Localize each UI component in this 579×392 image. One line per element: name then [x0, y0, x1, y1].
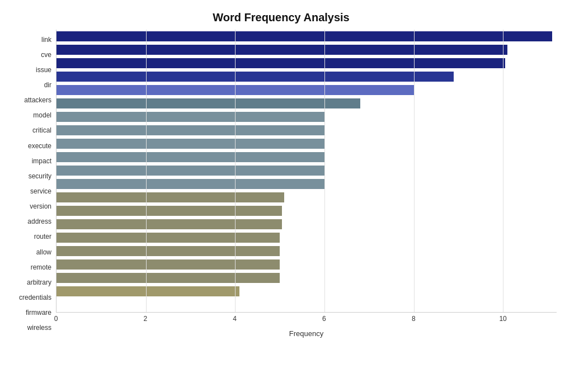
bar: [57, 72, 454, 82]
x-tick: 0: [54, 315, 58, 323]
bar-row: [57, 191, 557, 204]
bar-row: [57, 204, 557, 218]
bar-row: [57, 285, 557, 298]
y-label: service: [30, 185, 51, 198]
bar: [57, 259, 280, 270]
bar: [57, 246, 280, 256]
y-label: wireless: [27, 321, 51, 334]
bar: [57, 219, 282, 229]
bar-row: [57, 150, 557, 164]
bar: [57, 139, 324, 149]
y-label: dir: [44, 78, 51, 92]
grid-line: [324, 30, 325, 312]
bar: [57, 166, 324, 176]
chart-title: Word Frequency Analysis: [6, 11, 557, 24]
x-tick: 2: [143, 315, 147, 323]
grid-line: [503, 30, 503, 312]
chart-container: Word Frequency Analysis linkcveissuedira…: [0, 0, 579, 392]
y-label: critical: [32, 124, 51, 137]
bar-row: [57, 70, 557, 83]
y-label: allow: [36, 245, 51, 259]
bar-row: [57, 164, 557, 177]
y-label: security: [29, 169, 51, 183]
grid-line: [146, 30, 147, 312]
y-label: remote: [31, 261, 51, 274]
x-tick: 8: [412, 315, 416, 323]
bar-row: [57, 244, 557, 258]
y-label: firmware: [26, 306, 51, 319]
y-label: attackers: [24, 93, 51, 107]
y-label: impact: [32, 154, 51, 168]
x-axis: 0246810: [56, 313, 557, 326]
bar: [57, 112, 324, 122]
bar-row: [57, 177, 557, 191]
bar: [57, 179, 324, 189]
bar: [57, 233, 280, 243]
y-label: model: [33, 108, 51, 122]
x-axis-label: Frequency: [56, 329, 557, 338]
y-label: issue: [36, 63, 51, 77]
bar-row: [57, 56, 557, 70]
y-label: cve: [41, 48, 51, 62]
bar: [57, 125, 324, 135]
bar-row: [57, 271, 557, 285]
bar-row: [57, 83, 557, 97]
y-label: link: [41, 33, 51, 46]
bar: [57, 58, 505, 68]
bar: [57, 286, 239, 296]
y-label: arbitrary: [27, 276, 51, 289]
bar-row: [57, 137, 557, 150]
y-label: credentials: [19, 291, 51, 304]
bar: [57, 45, 507, 55]
bar-row: [57, 43, 557, 56]
bar: [57, 98, 360, 108]
x-tick: 10: [499, 315, 506, 323]
y-axis: linkcveissuedirattackersmodelcriticalexe…: [6, 30, 56, 338]
bar: [57, 152, 324, 162]
bar-row: [57, 30, 557, 43]
bar-row: [57, 124, 557, 137]
y-label: router: [34, 230, 51, 243]
bar: [57, 31, 552, 41]
bar-row: [57, 258, 557, 271]
x-tick: 4: [233, 315, 237, 323]
grid-line: [235, 30, 236, 312]
bar: [57, 192, 284, 202]
bar-row: [57, 97, 557, 110]
x-tick: 6: [322, 315, 326, 323]
y-label: version: [30, 200, 51, 213]
bar-row: [57, 231, 557, 244]
bar-row: [57, 110, 557, 124]
bar: [57, 273, 280, 283]
chart-area: linkcveissuedirattackersmodelcriticalexe…: [6, 30, 557, 338]
y-label: address: [27, 215, 51, 228]
bar: [57, 206, 282, 216]
y-label: execute: [28, 139, 51, 153]
grid-line: [414, 30, 415, 312]
grid-and-bars: [56, 30, 557, 313]
bar-row: [57, 218, 557, 231]
